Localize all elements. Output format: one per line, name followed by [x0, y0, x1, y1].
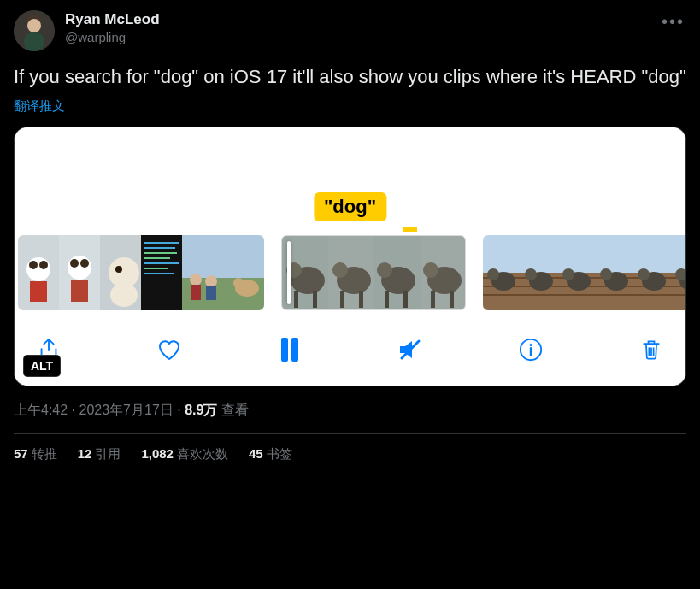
svg-point-75 — [562, 268, 574, 280]
clip-frame — [223, 235, 264, 310]
media-toolbar — [15, 319, 685, 386]
clip-frame — [596, 235, 633, 310]
more-icon[interactable]: ••• — [662, 12, 685, 32]
divider — [14, 433, 686, 434]
svg-rect-7 — [30, 281, 47, 302]
svg-point-4 — [26, 257, 50, 281]
svg-rect-55 — [483, 235, 521, 273]
clip-frame — [558, 235, 596, 310]
svg-rect-23 — [144, 268, 168, 269]
svg-point-34 — [233, 278, 244, 288]
svg-point-16 — [110, 283, 138, 307]
svg-rect-12 — [71, 280, 88, 302]
heart-icon[interactable] — [156, 336, 183, 363]
svg-point-1 — [27, 19, 41, 32]
tweet-meta[interactable]: 上午4:42 · 2023年7月17日 · 8.9万 查看 — [14, 402, 686, 420]
svg-rect-21 — [144, 257, 170, 259]
svg-rect-44 — [359, 291, 363, 308]
media-whitespace: "dog" — [15, 127, 685, 213]
tweet-header: Ryan McLeod @warpling ••• — [14, 10, 686, 51]
views-label: 查看 — [217, 403, 248, 417]
translate-link[interactable]: 翻译推文 — [14, 98, 65, 115]
clip-frame — [671, 235, 686, 310]
user-handle: @warpling — [65, 29, 160, 46]
svg-point-29 — [205, 275, 217, 287]
svg-rect-30 — [206, 286, 216, 300]
svg-rect-49 — [403, 291, 408, 308]
svg-rect-22 — [144, 262, 179, 264]
svg-rect-2 — [24, 32, 44, 51]
svg-rect-54 — [450, 291, 454, 308]
video-timelines — [15, 213, 685, 319]
retweets-stat[interactable]: 57转推 — [14, 446, 57, 462]
svg-rect-25 — [182, 235, 223, 278]
trash-icon[interactable] — [638, 336, 665, 363]
svg-point-99 — [530, 343, 532, 345]
clip-group[interactable] — [18, 235, 264, 310]
user-block[interactable]: Ryan McLeod @warpling — [65, 10, 160, 46]
svg-point-82 — [600, 268, 612, 280]
views-count: 8.9万 — [185, 403, 217, 417]
svg-rect-39 — [313, 291, 317, 308]
clip-group[interactable] — [483, 235, 686, 310]
svg-point-61 — [487, 268, 499, 280]
svg-point-42 — [332, 262, 348, 278]
clip-frame — [59, 235, 100, 310]
tweet-date: 2023年7月17日 — [79, 403, 173, 417]
svg-point-15 — [115, 266, 122, 273]
likes-stat[interactable]: 1,082喜欢次数 — [141, 446, 228, 462]
svg-rect-43 — [340, 291, 344, 308]
svg-rect-69 — [558, 235, 596, 273]
svg-point-11 — [80, 259, 89, 268]
tweet-container: Ryan McLeod @warpling ••• If you search … — [0, 0, 700, 473]
clip-frame — [328, 236, 374, 310]
svg-rect-38 — [294, 291, 298, 308]
svg-point-27 — [190, 274, 202, 286]
svg-rect-26 — [182, 278, 223, 310]
svg-rect-76 — [596, 235, 633, 273]
clip-frame — [182, 235, 223, 310]
mute-icon[interactable] — [397, 336, 424, 363]
svg-rect-62 — [521, 235, 558, 273]
tweet-time: 上午4:42 — [14, 403, 68, 417]
svg-rect-19 — [144, 247, 175, 249]
clip-frame — [421, 236, 466, 310]
svg-point-68 — [525, 268, 537, 280]
svg-rect-90 — [671, 235, 686, 273]
alt-badge[interactable]: ALT — [23, 355, 61, 377]
clip-frame — [18, 235, 59, 310]
tweet-stats: 57转推 12引用 1,082喜欢次数 45书签 — [14, 446, 686, 462]
svg-point-5 — [29, 261, 38, 269]
svg-point-89 — [638, 268, 650, 280]
clip-frame — [483, 235, 521, 310]
svg-point-10 — [70, 259, 79, 268]
svg-rect-24 — [144, 273, 174, 274]
quotes-stat[interactable]: 12引用 — [78, 446, 121, 462]
svg-rect-83 — [633, 235, 671, 273]
svg-rect-31 — [223, 235, 264, 278]
svg-rect-20 — [144, 252, 177, 254]
svg-rect-18 — [144, 242, 179, 244]
clip-frame — [141, 235, 182, 310]
clip-frame — [521, 235, 558, 310]
svg-rect-28 — [191, 285, 201, 300]
clip-frame — [633, 235, 671, 310]
svg-rect-48 — [385, 291, 389, 308]
display-name: Ryan McLeod — [65, 10, 160, 29]
avatar[interactable] — [14, 10, 55, 51]
pause-icon[interactable] — [276, 336, 303, 363]
media-card[interactable]: "dog" — [14, 127, 686, 386]
svg-rect-53 — [431, 291, 435, 308]
clip-frame — [374, 236, 421, 310]
clip-frame — [100, 235, 141, 310]
info-icon[interactable] — [517, 336, 544, 363]
svg-point-9 — [68, 256, 91, 280]
svg-point-37 — [286, 262, 302, 278]
search-match-tag: "dog" — [314, 192, 386, 221]
clip-group-active[interactable] — [281, 235, 466, 310]
svg-point-52 — [423, 262, 438, 278]
bookmarks-stat[interactable]: 45书签 — [249, 446, 292, 462]
tweet-text: If you search for "dog" on iOS 17 it'll … — [14, 65, 686, 90]
search-match-pointer — [403, 227, 417, 232]
clip-frame — [282, 236, 328, 310]
